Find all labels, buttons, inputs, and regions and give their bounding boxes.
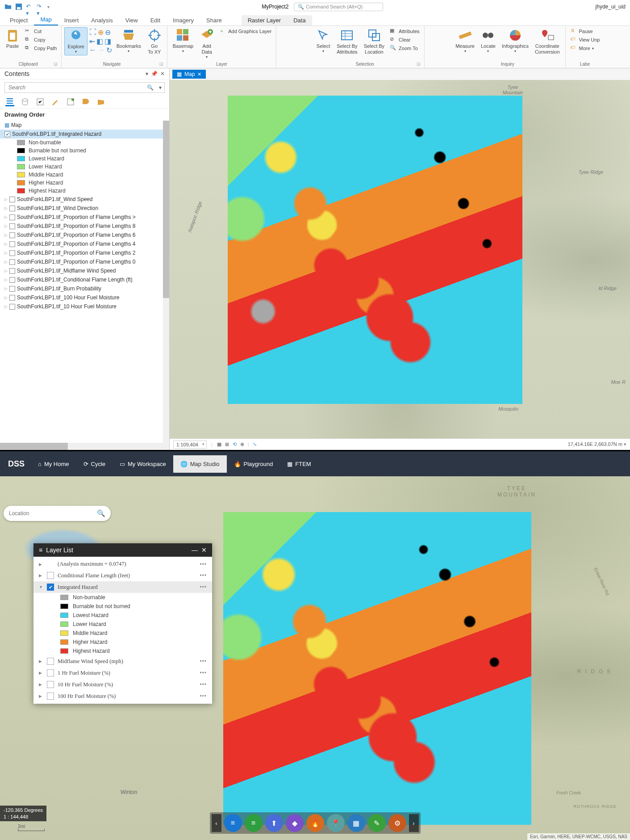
layer-checkbox[interactable] <box>47 572 54 579</box>
nav-my-home[interactable]: ⌂My Home <box>31 455 76 473</box>
close-map-tab-icon[interactable]: ✕ <box>197 71 201 77</box>
toc-layer[interactable]: ▷SouthForkLBP1.tif_Proportion of Flame L… <box>0 239 169 248</box>
locate-button[interactable]: Locate▾ <box>478 27 498 55</box>
layer-row[interactable]: ▶(Analysis maximum = 0.0747)••• <box>33 559 212 570</box>
basemap-button[interactable]: Basemap▾ <box>170 27 196 55</box>
explore-button[interactable]: Explore▾ <box>64 27 87 55</box>
expand-icon[interactable]: ▶ <box>39 573 43 578</box>
adddata-button[interactable]: Add Data▾ <box>197 27 217 60</box>
layer-menu-icon[interactable]: ••• <box>200 561 207 567</box>
map-canvas[interactable]: Tyee Mountain Tyee Ridge ld Ridge Mosqui… <box>170 80 630 438</box>
layer-checkbox[interactable] <box>9 295 15 301</box>
coordconv-button[interactable]: Coordinate Conversion <box>532 27 563 56</box>
expand-icon[interactable]: ▷ <box>4 251 8 255</box>
command-search[interactable]: 🔍 Command Search (Alt+Q) <box>294 3 383 11</box>
map-tool-7[interactable]: ✎ <box>368 814 386 832</box>
tab-project[interactable]: Project <box>4 15 34 25</box>
expand-icon[interactable]: ▶ <box>39 671 43 675</box>
layer-checkbox[interactable] <box>47 693 54 700</box>
toc-layer[interactable]: ▷SouthForkLBP1.tif_10 Hour Fuel Moisture <box>0 302 169 311</box>
layer-checkbox[interactable] <box>9 223 15 229</box>
clipboard-launcher-icon[interactable]: ◲ <box>54 62 58 66</box>
open-icon[interactable] <box>4 3 12 10</box>
status-tool3-icon[interactable]: ⟲ <box>233 441 237 447</box>
toc-layer[interactable]: ▷SouthForkLBP1.tif_Conditional Flame Len… <box>0 275 169 284</box>
expand-icon[interactable]: ▷ <box>4 233 8 237</box>
status-tool1-icon[interactable]: ▦ <box>217 441 221 447</box>
expand-icon[interactable]: ▷ <box>4 242 8 246</box>
tab-map[interactable]: Map <box>34 14 58 25</box>
layer-checkbox[interactable] <box>9 232 15 238</box>
expand-icon[interactable]: ▷ <box>4 224 8 228</box>
layer-menu-icon[interactable]: ••• <box>200 584 207 590</box>
expand-icon[interactable]: ▶ <box>39 562 43 567</box>
addgraphics-button[interactable]: ＋Add Graphics Layer <box>217 27 273 35</box>
map-tool-3[interactable]: ◆ <box>286 814 304 832</box>
toc-active-layer[interactable]: ✔ SouthForkLBP1.tif_Integrated Hazard <box>0 130 169 139</box>
map-tool-4[interactable]: 🔥 <box>306 814 324 832</box>
toolbar-prev-icon[interactable]: ‹ <box>212 814 221 832</box>
save-icon[interactable] <box>15 3 22 10</box>
layer-checkbox[interactable] <box>9 241 15 247</box>
select-button[interactable]: Select▾ <box>313 27 333 55</box>
toc-scrollbar[interactable] <box>163 121 169 443</box>
list-snapping-icon[interactable] <box>66 97 75 106</box>
list-editing-icon[interactable] <box>51 97 60 106</box>
layer-row[interactable]: ▶Midflame Wind Speed (mph)••• <box>33 655 212 667</box>
pause-button[interactable]: ⏸Pause <box>568 27 602 35</box>
layer-checkbox[interactable] <box>9 250 15 256</box>
nav-my-workspace[interactable]: ▭My Workspace <box>113 455 173 473</box>
nav-misc-icon[interactable]: ◧ <box>96 37 103 46</box>
pin-icon[interactable]: 📌 <box>151 71 158 77</box>
tab-view[interactable]: View <box>119 15 144 25</box>
toc-layer[interactable]: ▷SouthForkLBP1.tif_100 Hour Fuel Moistur… <box>0 293 169 302</box>
map-tool-5[interactable]: 📍 <box>327 814 345 832</box>
coords-dd-icon[interactable]: ▾ <box>624 441 626 447</box>
list-drawing-order-icon[interactable] <box>5 97 14 106</box>
attributes-button[interactable]: ▦Attributes <box>388 27 421 35</box>
layer-checkbox[interactable]: ✔ <box>47 584 54 591</box>
layer-checkbox[interactable] <box>47 669 54 676</box>
measure-button[interactable]: Measure▾ <box>453 27 477 55</box>
layer-checkbox[interactable] <box>9 277 15 283</box>
expand-icon[interactable]: ▷ <box>4 215 8 219</box>
layer-checkbox[interactable] <box>47 681 54 688</box>
map-view-tab[interactable]: ▦ Map ✕ <box>172 70 206 79</box>
more-button[interactable]: 🏷More ▾ <box>568 44 602 52</box>
toc-layer[interactable]: ▷SouthForkLBP1.tif_Midflame Wind Speed <box>0 266 169 275</box>
layer-checkbox[interactable] <box>9 197 15 202</box>
search-dd-icon[interactable]: ▾ <box>156 83 164 92</box>
viewunp-button[interactable]: 🏷View Unp <box>568 36 602 44</box>
nav-map-studio[interactable]: 🌐Map Studio <box>173 455 227 473</box>
layer-row[interactable]: ▶1 Hr Fuel Moisture (%)••• <box>33 667 212 679</box>
expand-icon[interactable]: ▷ <box>4 206 8 210</box>
cut-button[interactable]: ✂Cut <box>23 27 58 35</box>
dss-logo[interactable]: DSS <box>4 459 29 469</box>
layer-menu-icon[interactable]: ••• <box>200 681 207 688</box>
selby-attr-button[interactable]: Select By Attributes <box>334 27 360 56</box>
close-icon[interactable]: ✕ <box>201 546 207 554</box>
location-input[interactable] <box>9 510 97 517</box>
layer-row[interactable]: ▶Conditional Flame Length (feet)••• <box>33 570 212 581</box>
expand-icon[interactable]: ▷ <box>4 260 8 264</box>
tab-edit[interactable]: Edit <box>144 15 167 25</box>
gotoxy-button[interactable]: Go To XY <box>145 27 164 56</box>
back-icon[interactable]: ← <box>89 46 96 55</box>
close-pane-icon[interactable]: ✕ <box>160 71 165 77</box>
layer-menu-icon[interactable]: ••• <box>200 658 207 664</box>
layer-row[interactable]: ▼✔Integrated Hazard••• <box>33 581 212 593</box>
map-tool-1[interactable]: ≡ <box>245 814 263 832</box>
layer-row[interactable]: ▶100 Hr Fuel Moisture (%)••• <box>33 690 212 702</box>
list-selection-icon[interactable] <box>36 97 45 106</box>
toc-layer[interactable]: ▷SouthForkLBP1.tif_Wind Direction <box>0 204 169 213</box>
toc-layer[interactable]: ▷SouthForkLBP1.tif_Proportion of Flame L… <box>0 248 169 257</box>
location-search[interactable]: 🔍 <box>4 506 111 521</box>
minimize-icon[interactable]: — <box>192 546 198 554</box>
dss-map-canvas[interactable]: TYEE MOUNTAIN R I D G E Winton ROTHROCK … <box>0 476 630 840</box>
full-extent-icon[interactable]: ⛶ <box>89 28 96 37</box>
expand-icon[interactable]: ▷ <box>4 304 8 309</box>
user-label[interactable]: jhyde_ui_uid <box>596 4 626 10</box>
copy-button[interactable]: ⧉Copy <box>23 36 58 44</box>
map-tool-8[interactable]: ⚙ <box>388 814 406 832</box>
scale-input[interactable]: 1:109,404▾ <box>173 441 207 449</box>
